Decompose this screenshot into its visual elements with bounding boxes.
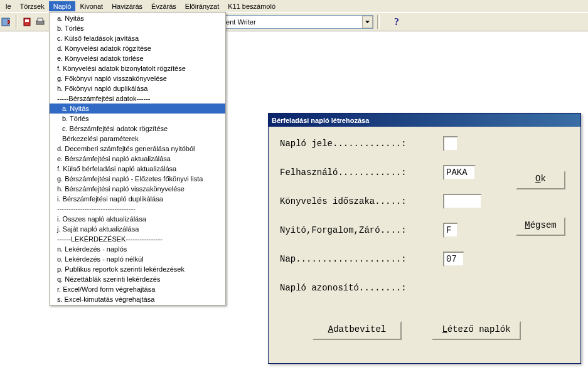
menubar-item-naplo[interactable]: Napló [49, 1, 76, 11]
ok-button[interactable]: Ok [516, 171, 565, 189]
dropdown-item-20[interactable]: i. Összes napló aktualizálása [50, 214, 225, 224]
dropdown-item-23[interactable]: n. Lekérdezés - naplós [50, 244, 225, 254]
adatbevitel-button[interactable]: Adatbevitel [313, 321, 402, 340]
dropdown-item-25[interactable]: p. Publikus reportok szerinti lekérdezés… [50, 264, 225, 274]
dropdown-item-4[interactable]: e. Könyvelési adatok törlése [50, 53, 225, 63]
chevron-down-icon[interactable] [362, 16, 373, 28]
dropdown-item-8[interactable]: -----Bérszámfejtési adatok------ [50, 93, 225, 104]
dropdown-item-12[interactable]: Bérkezelési paraméterek [50, 134, 225, 144]
dropdown-item-24[interactable]: o. Lekérdezés - napló nélkül [50, 254, 225, 264]
dropdown-item-2[interactable]: c. Külső feladások javítása [50, 33, 225, 43]
dialog-title: Bérfeladási napló létrehozása [269, 114, 580, 127]
label-konyveles-idoszaka: Könyvelés időszaka.....: [280, 196, 443, 206]
toolbar-separator-2 [377, 15, 380, 29]
dialog-berfeladasi: Bérfeladási napló létrehozása Napló jele… [268, 113, 581, 364]
dropdown-item-0[interactable]: a. Nyitás [50, 13, 225, 23]
input-naplo-jele[interactable] [443, 136, 458, 151]
svg-rect-4 [38, 18, 43, 21]
input-nfz[interactable] [443, 223, 458, 238]
dropdown-item-14[interactable]: e. Bérszámfejtési napló aktualizálása [50, 154, 225, 164]
dropdown-item-10[interactable]: b. Törlés [50, 114, 225, 124]
cancel-button[interactable]: Mégsem [516, 217, 565, 236]
dropdown-item-27[interactable]: r. Excel/Word form végrehajtása [50, 284, 225, 294]
input-felhasznalo[interactable] [443, 165, 476, 180]
dropdown-item-5[interactable]: f. Könyvelési adatok bizonylatolt rögzít… [50, 63, 225, 73]
menubar-item-kivonat[interactable]: Kivonat [75, 1, 107, 11]
menubar-item-le[interactable]: le [1, 1, 16, 11]
printer-combo-value: nent Writer [222, 18, 256, 26]
dropdown-item-11[interactable]: c. Bérszámfejtési adatok rögzítése [50, 124, 225, 134]
menubar-item-evzaras[interactable]: Évzárás [147, 1, 181, 11]
menubar: le Törzsek Napló Kivonat Havizárás Évzár… [0, 0, 588, 13]
dropdown-item-3[interactable]: d. Könyvelési adatok rögzítése [50, 43, 225, 53]
menubar-item-eloiranyzat[interactable]: Előirányzat [181, 1, 223, 11]
dropdown-item-16[interactable]: g. Bérszámfejtési napló - Előzetes főkön… [50, 174, 225, 184]
input-nap[interactable] [443, 252, 464, 267]
label-nap: Nap....................: [280, 254, 443, 264]
book-icon[interactable] [23, 17, 33, 27]
menubar-item-torzsek[interactable]: Törzsek [16, 1, 49, 11]
dropdown-item-9[interactable]: a. Nyitás [50, 104, 225, 114]
input-konyveles-idoszaka[interactable] [443, 194, 482, 209]
toolbar-icon-1[interactable] [1, 17, 11, 27]
printer-combo[interactable]: nent Writer [220, 15, 373, 29]
label-nfz: Nyitó,Forgalom,Záró....: [280, 225, 443, 235]
label-naplo-jele: Napló jele.............: [280, 139, 443, 149]
dropdown-item-1[interactable]: b. Törlés [50, 23, 225, 33]
label-felhasznalo: Felhasználó............: [280, 167, 443, 178]
letezo-naplok-button[interactable]: Létező naplók [432, 321, 521, 340]
menubar-item-k11[interactable]: K11 beszámoló [223, 1, 280, 11]
dropdown-item-26[interactable]: q. Nézettáblák szerinti lekérdezés [50, 274, 225, 284]
toolbar-separator [16, 15, 18, 29]
naplo-dropdown: a. Nyitásb. Törlésc. Külső feladások jav… [49, 12, 226, 305]
dialog-body: Napló jele.............: Felhasználó....… [269, 127, 580, 320]
label-naplo-azonosito: Napló azonosító........: [280, 283, 443, 293]
menubar-item-havizaras[interactable]: Havizárás [107, 1, 147, 11]
dropdown-item-21[interactable]: j. Saját napló aktualizálása [50, 224, 225, 234]
dropdown-item-28[interactable]: s. Excel-kimutatás végrehajtása [50, 294, 225, 304]
dropdown-item-18[interactable]: i. Bérszámfejtési napló duplikálása [50, 194, 225, 204]
dropdown-item-6[interactable]: g. Főkönyvi napló visszakönyvelése [50, 73, 225, 83]
dropdown-item-19[interactable]: ---------------------------------- [50, 204, 225, 214]
toolbar-combo-wrap: nent Writer ? [220, 15, 399, 29]
dropdown-item-13[interactable]: d. Decemberi számfejtés generálása nyitó… [50, 144, 225, 154]
dropdown-item-7[interactable]: h. Főkönyvi napló duplikálása [50, 83, 225, 93]
help-icon[interactable]: ? [394, 16, 399, 28]
printer-icon[interactable] [35, 17, 45, 27]
dropdown-item-15[interactable]: f. Külső bérfeladási napló aktualizálása [50, 164, 225, 174]
dropdown-item-17[interactable]: h. Bérszámfejtési napló visszakönyvelése [50, 184, 225, 194]
dropdown-item-22[interactable]: ------LEKÉRDEZÉSEK---------------- [50, 234, 225, 244]
svg-rect-2 [25, 19, 29, 22]
